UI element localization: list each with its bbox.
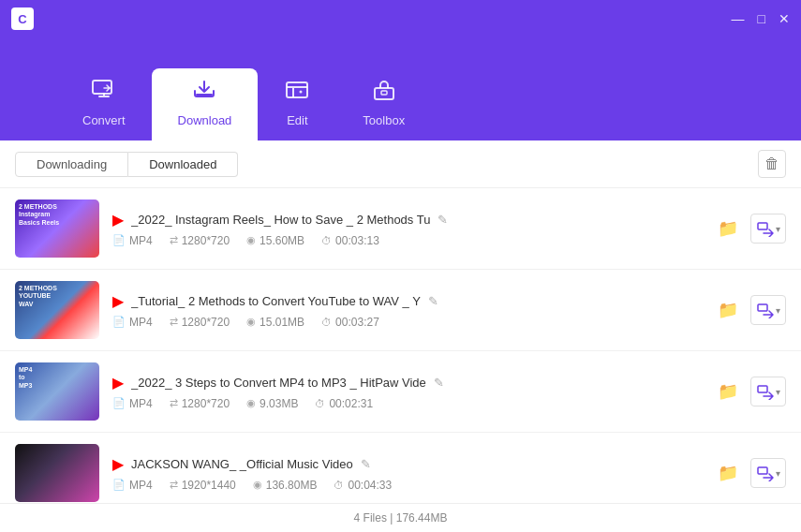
size-info: ◉ 136.80MB (253, 479, 318, 492)
resolution-icon: ⇄ (170, 479, 178, 491)
convert-button[interactable]: ▾ (750, 458, 786, 488)
nav-item-edit[interactable]: Edit (258, 68, 336, 140)
youtube-icon: ▶ (112, 211, 124, 229)
nav-item-convert[interactable]: Convert (56, 68, 152, 140)
open-folder-button[interactable]: 📁 (713, 458, 743, 488)
edit-nav-icon (284, 78, 310, 108)
convert-button[interactable]: ▾ (750, 377, 786, 406)
title-bar-left: C (11, 7, 34, 30)
edit-title-icon[interactable]: ✎ (361, 457, 371, 471)
convert-chevron-icon: ▾ (776, 305, 780, 316)
size-icon: ◉ (246, 234, 256, 246)
title-bar: C — □ ✕ (0, 0, 801, 37)
clock-icon: ⏱ (334, 480, 344, 491)
edit-title-icon[interactable]: ✎ (434, 376, 444, 390)
duration-info: ⏱ 00:03:13 (321, 234, 379, 247)
format-info: 📄 MP4 (112, 234, 153, 247)
toolbox-nav-icon (371, 78, 397, 108)
tab-downloaded[interactable]: Downloaded (128, 152, 238, 177)
file-meta: 📄 MP4 ⇄ 1920*1440 ◉ 136.80MB ⏱ 00:04:33 (112, 479, 700, 492)
thumbnail: MP4 to MP3 (15, 362, 99, 421)
file-title-row: ▶ _2022_ Instagram Reels_ How to Save _ … (112, 211, 700, 229)
file-meta: 📄 MP4 ⇄ 1280*720 ◉ 15.60MB ⏱ 00:03:13 (112, 234, 700, 247)
file-icon: 📄 (112, 397, 126, 409)
file-duration: 00:02:31 (329, 397, 373, 410)
file-format: MP4 (129, 397, 153, 410)
minimize-button[interactable]: — (732, 11, 745, 26)
tabs: Downloading Downloaded (15, 152, 238, 177)
file-size: 136.80MB (266, 479, 318, 492)
size-info: ◉ 9.03MB (246, 397, 298, 410)
nav-label-edit: Edit (287, 113, 307, 127)
file-item: 2 METHODS YOUTUBE WAV ▶ _Tutorial_ 2 Met… (0, 270, 801, 351)
duration-info: ⏱ 00:03:27 (321, 316, 379, 329)
resolution-icon: ⇄ (170, 316, 178, 328)
file-duration: 00:04:33 (348, 479, 392, 492)
size-icon: ◉ (253, 479, 262, 491)
file-title-row: ▶ _2022_ 3 Steps to Convert MP4 to MP3 _… (112, 374, 700, 392)
file-actions: 📁 ▾ (713, 295, 786, 325)
file-actions: 📁 ▾ (713, 458, 786, 488)
trash-icon: 🗑 (764, 155, 779, 172)
file-icon: 📄 (112, 234, 126, 246)
open-folder-button[interactable]: 📁 (713, 377, 743, 406)
file-resolution: 1280*720 (182, 316, 230, 329)
convert-chevron-icon: ▾ (776, 387, 780, 397)
file-title: _Tutorial_ 2 Methods to Convert YouTube … (131, 294, 421, 308)
clock-icon: ⏱ (321, 235, 332, 246)
file-summary: 4 Files | 176.44MB (354, 511, 448, 525)
close-button[interactable]: ✕ (779, 11, 790, 26)
file-list: 2 METHODS Instagram Basics Reels ▶ _2022… (0, 188, 801, 503)
youtube-icon: ▶ (112, 455, 124, 473)
size-info: ◉ 15.01MB (246, 316, 304, 329)
file-title: _2022_ Instagram Reels_ How to Save _ 2 … (131, 213, 430, 227)
file-info: ▶ _2022_ Instagram Reels_ How to Save _ … (112, 211, 700, 247)
nav-label-convert: Convert (82, 113, 126, 127)
app-logo: C (11, 7, 34, 30)
format-info: 📄 MP4 (112, 479, 153, 492)
nav-item-toolbox[interactable]: Toolbox (336, 68, 431, 140)
resolution-icon: ⇄ (170, 234, 178, 246)
file-item: ▶ JACKSON WANG_ _Official Music Video ✎ … (0, 433, 801, 503)
open-folder-button[interactable]: 📁 (713, 295, 743, 325)
file-size: 15.01MB (260, 316, 304, 329)
svg-rect-7 (758, 386, 767, 392)
youtube-icon: ▶ (112, 292, 124, 310)
tab-downloading[interactable]: Downloading (15, 152, 128, 177)
size-info: ◉ 15.60MB (246, 234, 304, 247)
svg-rect-8 (758, 467, 767, 474)
edit-title-icon[interactable]: ✎ (428, 294, 438, 308)
file-actions: 📁 ▾ (713, 214, 786, 244)
delete-all-button[interactable]: 🗑 (758, 150, 786, 178)
file-actions: 📁 ▾ (713, 377, 786, 406)
svg-rect-6 (758, 304, 767, 311)
svg-point-2 (300, 91, 303, 94)
download-nav-icon (191, 78, 217, 108)
maximize-button[interactable]: □ (758, 11, 765, 26)
file-resolution: 1280*720 (182, 397, 230, 410)
clock-icon: ⏱ (315, 398, 325, 409)
format-info: 📄 MP4 (112, 316, 153, 329)
file-size: 15.60MB (260, 234, 304, 247)
file-icon: 📄 (112, 479, 126, 491)
file-item: 2 METHODS Instagram Basics Reels ▶ _2022… (0, 188, 801, 270)
resolution-info: ⇄ 1280*720 (170, 397, 230, 410)
file-title: _2022_ 3 Steps to Convert MP4 to MP3 _ H… (131, 376, 426, 390)
edit-title-icon[interactable]: ✎ (438, 213, 448, 227)
convert-button[interactable]: ▾ (750, 214, 786, 244)
thumb-overlay: 2 METHODS YOUTUBE WAV (19, 285, 57, 308)
thumb-overlay: 2 METHODS Instagram Basics Reels (19, 203, 59, 227)
file-resolution: 1920*1440 (182, 479, 236, 492)
file-meta: 📄 MP4 ⇄ 1280*720 ◉ 9.03MB ⏱ 00:02:31 (112, 397, 700, 410)
youtube-icon: ▶ (112, 374, 124, 392)
file-size: 9.03MB (260, 397, 298, 410)
format-info: 📄 MP4 (112, 397, 153, 410)
convert-button[interactable]: ▾ (750, 295, 786, 325)
open-folder-button[interactable]: 📁 (713, 214, 743, 244)
resolution-icon: ⇄ (170, 397, 178, 409)
main-content: Downloading Downloaded 🗑 2 METHODS Insta… (0, 140, 801, 532)
svg-rect-4 (381, 91, 387, 95)
file-format: MP4 (129, 479, 153, 492)
nav-item-download[interactable]: Download (152, 68, 259, 140)
resolution-info: ⇄ 1280*720 (170, 316, 230, 329)
